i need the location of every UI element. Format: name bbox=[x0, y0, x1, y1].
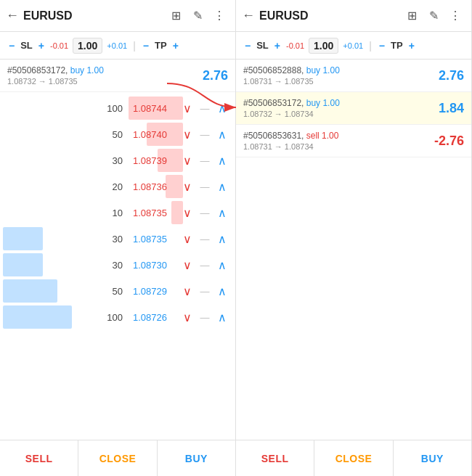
left-delta-minus: -0.01 bbox=[50, 41, 68, 50]
right-icon-more[interactable]: ⋮ bbox=[445, 6, 465, 26]
order-up-icon[interactable]: ∧ bbox=[212, 206, 232, 220]
left-tp-minus[interactable]: − bbox=[140, 40, 152, 52]
left-panel: ← EURUSD ⊞ ✎ ⋮ − SL + -0.01 1.00 +0.01 |… bbox=[0, 0, 236, 476]
order-price: 1.08744 bbox=[123, 103, 177, 114]
order-qty: 100 bbox=[79, 103, 123, 114]
right-delta-minus: -0.01 bbox=[286, 41, 304, 50]
left-trade-info: #50506853172, buy 1.00 1.08732 → 1.08735 bbox=[7, 65, 203, 86]
right-panel: ← EURUSD ⊞ ✎ ⋮ − SL + -0.01 1.00 +0.01 |… bbox=[236, 0, 472, 476]
right-trade-id-2: #50506853172, bbox=[243, 98, 306, 108]
left-tp-label: TP bbox=[155, 40, 167, 51]
right-trade-id-line-1: #50506852888, buy 1.00 bbox=[243, 65, 439, 75]
order-dash: — bbox=[198, 103, 212, 114]
order-down-icon[interactable]: ∨ bbox=[177, 128, 198, 141]
right-trade-profit-1: 2.76 bbox=[439, 68, 464, 83]
right-tp-plus[interactable]: + bbox=[406, 40, 418, 52]
order-down-icon[interactable]: ∨ bbox=[177, 258, 198, 272]
right-trade-type-1: buy 1.00 bbox=[306, 65, 340, 75]
left-sell-button[interactable]: SELL bbox=[0, 440, 78, 476]
order-down-icon[interactable]: ∨ bbox=[177, 284, 198, 298]
order-row[interactable]: 30 1.08730 ∨ — ∧ bbox=[0, 252, 235, 278]
left-delta-plus: +0.01 bbox=[107, 41, 127, 50]
order-row[interactable]: 100 1.08744 ∨ — ∧ bbox=[0, 95, 235, 121]
left-buy-button[interactable]: BUY bbox=[158, 440, 235, 476]
order-row[interactable]: 100 1.08726 ∨ — ∧ bbox=[0, 304, 235, 330]
right-tp-label: TP bbox=[391, 40, 403, 51]
right-buy-button[interactable]: BUY bbox=[394, 440, 471, 476]
right-icon-edit[interactable]: ✎ bbox=[423, 6, 444, 26]
right-title: EURUSD bbox=[259, 9, 400, 22]
right-trade-id-3: #50506853631, bbox=[243, 131, 306, 141]
left-back-icon[interactable]: ← bbox=[6, 8, 19, 23]
right-trade-info-2: #50506853172, buy 1.00 1.08732 → 1.08734 bbox=[243, 98, 439, 118]
order-up-icon[interactable]: ∧ bbox=[212, 180, 232, 194]
left-sl-tp-bar: − SL + -0.01 1.00 +0.01 | − TP + bbox=[0, 32, 235, 60]
order-qty: 100 bbox=[79, 312, 123, 323]
order-row[interactable]: 30 1.08739 ∨ — ∧ bbox=[0, 147, 235, 173]
order-qty: 30 bbox=[79, 234, 123, 245]
order-up-icon[interactable]: ∧ bbox=[212, 232, 232, 246]
right-spacer bbox=[236, 157, 471, 440]
order-price: 1.08730 bbox=[123, 260, 177, 271]
right-sl-plus[interactable]: + bbox=[272, 40, 283, 52]
order-qty: 30 bbox=[79, 260, 123, 271]
left-icon-edit[interactable]: ✎ bbox=[187, 6, 208, 26]
left-tp-plus[interactable]: + bbox=[170, 40, 182, 52]
right-back-icon[interactable]: ← bbox=[242, 8, 255, 23]
right-trade-type-2: buy 1.00 bbox=[306, 98, 340, 108]
left-icon-more[interactable]: ⋮ bbox=[209, 6, 229, 26]
order-qty: 50 bbox=[79, 286, 123, 297]
order-row[interactable]: 50 1.08740 ∨ — ∧ bbox=[0, 121, 235, 147]
order-down-icon[interactable]: ∨ bbox=[177, 102, 198, 115]
right-tp-minus[interactable]: − bbox=[376, 40, 388, 52]
right-sl-tp-bar: − SL + -0.01 1.00 +0.01 | − TP + bbox=[236, 32, 471, 60]
order-qty: 20 bbox=[79, 181, 123, 192]
order-down-icon[interactable]: ∨ bbox=[177, 311, 198, 324]
order-up-icon[interactable]: ∧ bbox=[212, 311, 232, 324]
right-trade-row-2[interactable]: #50506853172, buy 1.00 1.08732 → 1.08734… bbox=[236, 92, 471, 125]
order-row[interactable]: 10 1.08735 ∨ — ∧ bbox=[0, 200, 235, 226]
order-row[interactable]: 30 1.08735 ∨ — ∧ bbox=[0, 226, 235, 252]
order-row[interactable]: 50 1.08729 ∨ — ∧ bbox=[0, 278, 235, 304]
right-separator: | bbox=[369, 40, 372, 52]
right-trade-price-2: 1.08732 → 1.08734 bbox=[243, 110, 439, 118]
right-trade-row-3[interactable]: #50506853631, sell 1.00 1.08731 → 1.0873… bbox=[236, 125, 471, 157]
right-trade-profit-2: 1.84 bbox=[439, 101, 464, 116]
order-down-icon[interactable]: ∨ bbox=[177, 154, 198, 168]
left-order-book: 100 1.08744 ∨ — ∧ 50 1.08740 ∨ — ∧ 30 1.… bbox=[0, 92, 235, 440]
right-icon-stack[interactable]: ⊞ bbox=[402, 6, 422, 26]
right-value[interactable]: 1.00 bbox=[309, 38, 338, 54]
left-close-button[interactable]: CLOSE bbox=[78, 440, 157, 476]
left-trade-price-line: 1.08732 → 1.08735 bbox=[7, 77, 203, 86]
order-price: 1.08736 bbox=[123, 181, 177, 192]
order-up-icon[interactable]: ∧ bbox=[212, 284, 232, 298]
order-price: 1.08739 bbox=[123, 155, 177, 166]
right-sl-minus[interactable]: − bbox=[242, 40, 253, 52]
left-sl-label: SL bbox=[20, 40, 33, 51]
left-value[interactable]: 1.00 bbox=[73, 38, 102, 54]
right-trade-price-1: 1.08731 → 1.08735 bbox=[243, 77, 439, 86]
right-trade-price-3: 1.08731 → 1.08734 bbox=[243, 142, 434, 151]
order-dash: — bbox=[198, 129, 212, 140]
order-down-icon[interactable]: ∨ bbox=[177, 232, 198, 246]
left-icon-stack[interactable]: ⊞ bbox=[166, 6, 186, 26]
right-trade-row-1[interactable]: #50506852888, buy 1.00 1.08731 → 1.08735… bbox=[236, 60, 471, 92]
right-sell-button[interactable]: SELL bbox=[236, 440, 314, 476]
left-sl-minus[interactable]: − bbox=[6, 40, 17, 52]
order-down-icon[interactable]: ∨ bbox=[177, 206, 198, 220]
order-up-icon[interactable]: ∧ bbox=[212, 102, 232, 115]
left-trade-id: #50506853172, bbox=[7, 65, 70, 75]
right-close-button[interactable]: CLOSE bbox=[314, 440, 393, 476]
order-dash: — bbox=[198, 208, 212, 218]
order-down-icon[interactable]: ∨ bbox=[177, 180, 198, 194]
order-up-icon[interactable]: ∧ bbox=[212, 154, 232, 168]
left-header: ← EURUSD ⊞ ✎ ⋮ bbox=[0, 0, 235, 32]
order-price: 1.08726 bbox=[123, 312, 177, 323]
right-trade-type-3: sell 1.00 bbox=[306, 131, 339, 141]
order-up-icon[interactable]: ∧ bbox=[212, 128, 232, 141]
order-up-icon[interactable]: ∧ bbox=[212, 258, 232, 272]
left-trade-type: buy 1.00 bbox=[70, 65, 104, 75]
left-sl-plus[interactable]: + bbox=[36, 40, 47, 52]
left-trade-row[interactable]: #50506853172, buy 1.00 1.08732 → 1.08735… bbox=[0, 60, 235, 92]
order-row[interactable]: 20 1.08736 ∨ — ∧ bbox=[0, 173, 235, 200]
